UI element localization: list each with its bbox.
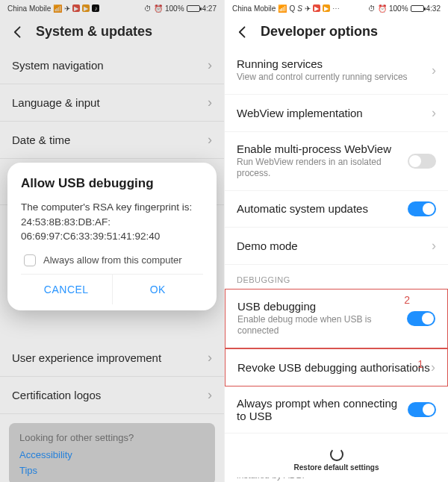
app-icon: ▶: [323, 4, 330, 12]
tiktok-icon: ♪: [92, 4, 99, 12]
usb-debugging-toggle[interactable]: [407, 311, 435, 326]
battery-label: 100%: [165, 4, 184, 13]
statusbar: China Mobile 📶QS✈ ▶ ▶ ⋯ ⏱⏰ 100% 4:32: [225, 0, 448, 16]
usb-debug-dialog: Allow USB debugging The computer's RSA k…: [7, 163, 217, 310]
annotation-1: 1: [417, 358, 423, 370]
row-title: User experience improvement: [12, 351, 208, 364]
dialog-title: Allow USB debugging: [21, 176, 203, 191]
debugging-section: DEBUGGING: [225, 265, 448, 289]
row-title: USB debugging: [237, 300, 407, 313]
row-user-experience[interactable]: User experience improvement ›: [0, 339, 224, 377]
row-auto-updates[interactable]: Automatic system updates: [225, 191, 448, 228]
time-label: 4:27: [202, 4, 217, 13]
row-system-navigation[interactable]: System navigation ›: [0, 47, 224, 84]
page-title: Developer options: [261, 24, 378, 40]
row-date-time[interactable]: Date & time ›: [0, 122, 224, 159]
row-title: Demo mode: [237, 240, 432, 252]
row-title: Automatic system updates: [237, 202, 408, 215]
hint-question: Looking for other settings?: [19, 432, 205, 443]
dialog-body: The computer's RSA key fingerprint is: 2…: [21, 200, 203, 244]
row-subtitle: Run WebView renders in an isolated proce…: [237, 157, 408, 180]
row-title: Running services: [237, 57, 432, 70]
page-header: System & updates: [0, 16, 224, 47]
row-title: Enable multi-process WebView: [237, 143, 408, 155]
app-icon: ▶: [313, 4, 320, 12]
auto-updates-toggle[interactable]: [408, 201, 436, 216]
cancel-button[interactable]: CANCEL: [21, 275, 113, 304]
chevron-right-icon: ›: [208, 57, 212, 73]
battery-icon: [187, 5, 200, 12]
row-title: WebView implementation: [237, 107, 432, 119]
battery-icon: [411, 5, 424, 12]
restore-label: Restore default settings: [225, 463, 448, 472]
time-label: 4:32: [426, 4, 441, 13]
always-prompt-toggle[interactable]: [408, 402, 436, 417]
chevron-right-icon: ›: [208, 387, 212, 403]
app-icon: ▶: [72, 4, 80, 12]
row-usb-debugging[interactable]: USB debugging Enable debug mode when USB…: [225, 289, 448, 348]
row-running-services[interactable]: Running services View and control curren…: [225, 47, 448, 95]
chevron-right-icon: ›: [208, 350, 212, 366]
chevron-right-icon: ›: [431, 360, 435, 375]
row-title: System navigation: [12, 59, 208, 72]
chevron-right-icon: ›: [432, 105, 436, 121]
row-multiprocess-webview[interactable]: Enable multi-process WebView Run WebView…: [225, 132, 448, 191]
page-header: Developer options: [225, 16, 448, 47]
hint-tips-link[interactable]: Tips: [19, 465, 205, 476]
hint-accessibility-link[interactable]: Accessibility: [19, 449, 205, 460]
row-title: Date & time: [12, 134, 208, 146]
back-icon[interactable]: [10, 25, 25, 40]
row-title: Certification logos: [12, 389, 208, 401]
multiprocess-toggle[interactable]: [408, 154, 436, 169]
row-title: Always prompt when connecting to USB: [237, 397, 408, 422]
row-subtitle: Enable debug mode when USB is connected: [237, 314, 407, 337]
ok-button[interactable]: OK: [113, 275, 204, 304]
chevron-right-icon: ›: [432, 63, 436, 78]
row-title: Language & input: [12, 96, 208, 109]
row-language-input[interactable]: Language & input ›: [0, 84, 224, 122]
row-revoke-usb[interactable]: Revoke USB debugging authorisations 1 ›: [225, 348, 448, 386]
hint-card: Looking for other settings? Accessibilit…: [9, 423, 215, 482]
row-always-prompt-usb[interactable]: Always prompt when connecting to USB: [225, 386, 448, 434]
carrier-label: China Mobile: [7, 4, 51, 13]
page-title: System & updates: [36, 24, 152, 40]
row-subtitle: View and control currently running servi…: [237, 72, 432, 84]
row-certification-logos[interactable]: Certification logos ›: [0, 377, 224, 414]
annotation-2: 2: [404, 294, 410, 306]
row-webview-impl[interactable]: WebView implementation ›: [225, 95, 448, 132]
battery-label: 100%: [389, 4, 408, 13]
statusbar: China Mobile 📶✈ ▶ ▶ ♪ ⏱⏰ 100% 4:27: [0, 0, 224, 16]
row-title: Revoke USB debugging authorisations: [237, 361, 431, 374]
chevron-right-icon: ›: [208, 132, 212, 148]
always-allow-checkbox[interactable]: [24, 254, 36, 266]
row-demo-mode[interactable]: Demo mode ›: [225, 228, 448, 265]
app-icon: ▶: [82, 4, 90, 12]
chevron-right-icon: ›: [432, 238, 436, 254]
back-icon[interactable]: [235, 25, 250, 40]
always-allow-label: Always allow from this computer: [43, 254, 182, 266]
restore-icon: [330, 448, 343, 461]
restore-defaults-button[interactable]: Restore default settings: [225, 442, 448, 478]
chevron-right-icon: ›: [208, 95, 212, 110]
carrier-label: China Mobile: [232, 4, 276, 13]
always-allow-row[interactable]: Always allow from this computer: [21, 254, 203, 266]
